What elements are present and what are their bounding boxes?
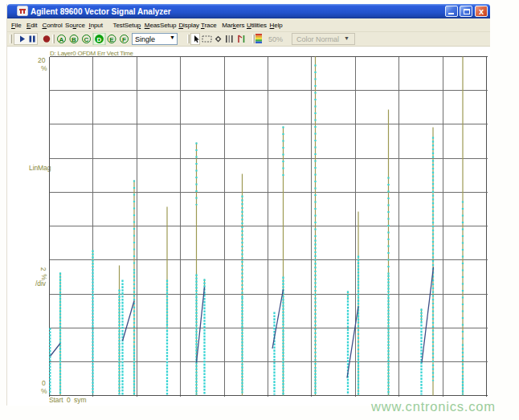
svg-text:D: D: [97, 36, 102, 43]
svg-text:F: F: [122, 36, 126, 43]
svg-text:E: E: [109, 36, 114, 43]
svg-text:C: C: [84, 36, 89, 43]
svg-text:B: B: [72, 36, 76, 43]
svg-text:A: A: [59, 36, 64, 43]
